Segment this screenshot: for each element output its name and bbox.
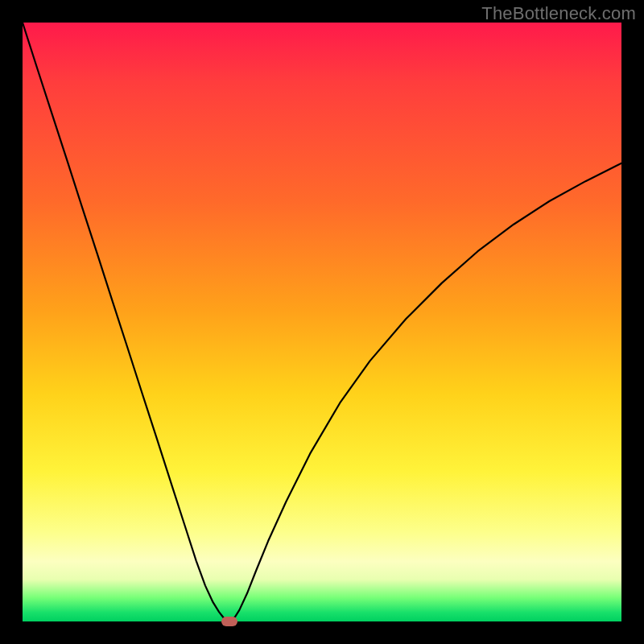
bottleneck-curve — [23, 23, 621, 621]
chart-frame: TheBottleneck.com — [0, 0, 644, 644]
plot-area — [23, 23, 621, 621]
minimum-marker — [221, 617, 237, 626]
watermark-label: TheBottleneck.com — [481, 3, 636, 24]
